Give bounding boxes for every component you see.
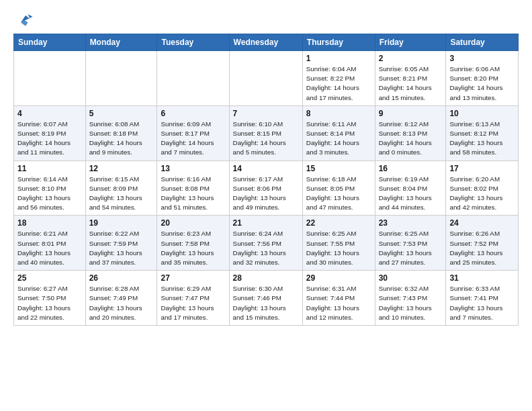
calendar-day-cell: 31Sunrise: 6:33 AM Sunset: 7:41 PM Dayli…: [446, 271, 519, 326]
day-info: Sunrise: 6:12 AM Sunset: 8:13 PM Dayligh…: [379, 120, 443, 158]
day-info: Sunrise: 6:27 AM Sunset: 7:50 PM Dayligh…: [17, 284, 82, 322]
calendar-header-cell: Saturday: [446, 34, 519, 51]
day-number: 16: [379, 164, 443, 173]
day-info: Sunrise: 6:07 AM Sunset: 8:19 PM Dayligh…: [17, 120, 82, 158]
day-info: Sunrise: 6:18 AM Sunset: 8:05 PM Dayligh…: [306, 175, 371, 213]
day-info: Sunrise: 6:10 AM Sunset: 8:15 PM Dayligh…: [233, 120, 299, 158]
day-info: Sunrise: 6:30 AM Sunset: 7:46 PM Dayligh…: [233, 284, 299, 322]
calendar-day-cell: 16Sunrise: 6:19 AM Sunset: 8:04 PM Dayli…: [375, 161, 446, 216]
calendar-day-cell: [85, 51, 157, 106]
calendar-day-cell: 6Sunrise: 6:09 AM Sunset: 8:17 PM Daylig…: [157, 105, 229, 161]
calendar-day-cell: 1Sunrise: 6:04 AM Sunset: 8:22 PM Daylig…: [302, 51, 375, 106]
day-info: Sunrise: 6:32 AM Sunset: 7:43 PM Dayligh…: [379, 284, 443, 322]
header: [13, 11, 519, 30]
day-info: Sunrise: 6:33 AM Sunset: 7:41 PM Dayligh…: [449, 284, 515, 322]
day-number: 30: [379, 273, 443, 283]
day-number: 9: [379, 109, 443, 118]
day-number: 8: [306, 109, 371, 118]
day-info: Sunrise: 6:19 AM Sunset: 8:04 PM Dayligh…: [379, 175, 443, 213]
day-info: Sunrise: 6:29 AM Sunset: 7:47 PM Dayligh…: [161, 284, 225, 322]
day-number: 12: [89, 164, 154, 173]
calendar-day-cell: 18Sunrise: 6:21 AM Sunset: 8:01 PM Dayli…: [14, 216, 86, 271]
page-container: SundayMondayTuesdayWednesdayThursdayFrid…: [0, 0, 532, 332]
calendar-day-cell: 8Sunrise: 6:11 AM Sunset: 8:14 PM Daylig…: [302, 105, 375, 161]
day-info: Sunrise: 6:25 AM Sunset: 7:53 PM Dayligh…: [379, 229, 443, 267]
day-info: Sunrise: 6:26 AM Sunset: 7:52 PM Dayligh…: [449, 229, 515, 267]
day-info: Sunrise: 6:11 AM Sunset: 8:14 PM Dayligh…: [306, 120, 371, 158]
day-number: 21: [233, 218, 299, 228]
calendar-day-cell: 7Sunrise: 6:10 AM Sunset: 8:15 PM Daylig…: [229, 105, 302, 161]
calendar-day-cell: 26Sunrise: 6:28 AM Sunset: 7:49 PM Dayli…: [85, 271, 157, 326]
day-number: 28: [233, 273, 299, 283]
calendar-table: SundayMondayTuesdayWednesdayThursdayFrid…: [13, 34, 519, 326]
calendar-header-cell: Friday: [375, 34, 446, 51]
day-number: 19: [89, 218, 154, 228]
day-number: 11: [17, 164, 82, 173]
day-info: Sunrise: 6:28 AM Sunset: 7:49 PM Dayligh…: [89, 284, 154, 322]
calendar-day-cell: 28Sunrise: 6:30 AM Sunset: 7:46 PM Dayli…: [229, 271, 302, 326]
calendar-day-cell: 20Sunrise: 6:23 AM Sunset: 7:58 PM Dayli…: [157, 216, 229, 271]
day-number: 15: [306, 164, 371, 173]
svg-marker-0: [21, 14, 33, 22]
day-info: Sunrise: 6:16 AM Sunset: 8:08 PM Dayligh…: [161, 175, 225, 213]
calendar-day-cell: 2Sunrise: 6:05 AM Sunset: 8:21 PM Daylig…: [375, 51, 446, 106]
calendar-day-cell: 13Sunrise: 6:16 AM Sunset: 8:08 PM Dayli…: [157, 161, 229, 216]
calendar-header-cell: Sunday: [14, 34, 86, 51]
calendar-day-cell: 19Sunrise: 6:22 AM Sunset: 7:59 PM Dayli…: [85, 216, 157, 271]
day-number: 18: [17, 218, 82, 228]
calendar-day-cell: 5Sunrise: 6:08 AM Sunset: 8:18 PM Daylig…: [85, 105, 157, 161]
day-number: 14: [233, 164, 299, 173]
day-info: Sunrise: 6:04 AM Sunset: 8:22 PM Dayligh…: [306, 64, 371, 103]
calendar-header-cell: Tuesday: [157, 34, 229, 51]
day-info: Sunrise: 6:15 AM Sunset: 8:09 PM Dayligh…: [89, 175, 154, 213]
calendar-day-cell: 10Sunrise: 6:13 AM Sunset: 8:12 PM Dayli…: [446, 105, 519, 161]
day-info: Sunrise: 6:23 AM Sunset: 7:58 PM Dayligh…: [161, 229, 225, 267]
day-number: 26: [89, 273, 154, 283]
calendar-header-cell: Wednesday: [229, 34, 302, 51]
calendar-day-cell: 30Sunrise: 6:32 AM Sunset: 7:43 PM Dayli…: [375, 271, 446, 326]
day-number: 20: [161, 218, 225, 228]
day-number: 4: [17, 109, 82, 118]
day-info: Sunrise: 6:31 AM Sunset: 7:44 PM Dayligh…: [306, 284, 371, 322]
day-info: Sunrise: 6:08 AM Sunset: 8:18 PM Dayligh…: [89, 120, 154, 158]
day-number: 17: [449, 164, 515, 173]
day-number: 27: [161, 273, 225, 283]
calendar-day-cell: 3Sunrise: 6:06 AM Sunset: 8:20 PM Daylig…: [446, 51, 519, 106]
calendar-week-row: 4Sunrise: 6:07 AM Sunset: 8:19 PM Daylig…: [14, 105, 519, 161]
day-number: 7: [233, 109, 299, 118]
day-number: 29: [306, 273, 371, 283]
calendar-day-cell: 21Sunrise: 6:24 AM Sunset: 7:56 PM Dayli…: [229, 216, 302, 271]
calendar-week-row: 25Sunrise: 6:27 AM Sunset: 7:50 PM Dayli…: [14, 271, 519, 326]
day-number: 1: [306, 54, 371, 63]
day-number: 22: [306, 218, 371, 228]
day-info: Sunrise: 6:25 AM Sunset: 7:55 PM Dayligh…: [306, 229, 371, 267]
calendar-week-row: 18Sunrise: 6:21 AM Sunset: 8:01 PM Dayli…: [14, 216, 519, 271]
day-number: 5: [89, 109, 154, 118]
day-number: 3: [449, 54, 515, 63]
calendar-header-row: SundayMondayTuesdayWednesdayThursdayFrid…: [14, 34, 519, 51]
day-info: Sunrise: 6:20 AM Sunset: 8:02 PM Dayligh…: [449, 175, 515, 213]
calendar-day-cell: 15Sunrise: 6:18 AM Sunset: 8:05 PM Dayli…: [302, 161, 375, 216]
logo-icon: [16, 11, 35, 30]
calendar-day-cell: 25Sunrise: 6:27 AM Sunset: 7:50 PM Dayli…: [14, 271, 86, 326]
day-number: 25: [17, 273, 82, 283]
calendar-week-row: 1Sunrise: 6:04 AM Sunset: 8:22 PM Daylig…: [14, 51, 519, 106]
calendar-day-cell: 4Sunrise: 6:07 AM Sunset: 8:19 PM Daylig…: [14, 105, 86, 161]
calendar-day-cell: 27Sunrise: 6:29 AM Sunset: 7:47 PM Dayli…: [157, 271, 229, 326]
logo: [13, 11, 35, 30]
calendar-header-cell: Thursday: [302, 34, 375, 51]
day-info: Sunrise: 6:13 AM Sunset: 8:12 PM Dayligh…: [449, 120, 515, 158]
day-number: 24: [449, 218, 515, 228]
calendar-day-cell: [157, 51, 229, 106]
day-number: 2: [379, 54, 443, 63]
calendar-day-cell: [14, 51, 86, 106]
day-info: Sunrise: 6:14 AM Sunset: 8:10 PM Dayligh…: [17, 175, 82, 213]
day-number: 23: [379, 218, 443, 228]
day-number: 6: [161, 109, 225, 118]
calendar-day-cell: 23Sunrise: 6:25 AM Sunset: 7:53 PM Dayli…: [375, 216, 446, 271]
day-number: 31: [449, 273, 515, 283]
calendar-day-cell: 9Sunrise: 6:12 AM Sunset: 8:13 PM Daylig…: [375, 105, 446, 161]
day-info: Sunrise: 6:09 AM Sunset: 8:17 PM Dayligh…: [161, 120, 225, 158]
day-info: Sunrise: 6:22 AM Sunset: 7:59 PM Dayligh…: [89, 229, 154, 267]
day-info: Sunrise: 6:05 AM Sunset: 8:21 PM Dayligh…: [379, 64, 443, 103]
